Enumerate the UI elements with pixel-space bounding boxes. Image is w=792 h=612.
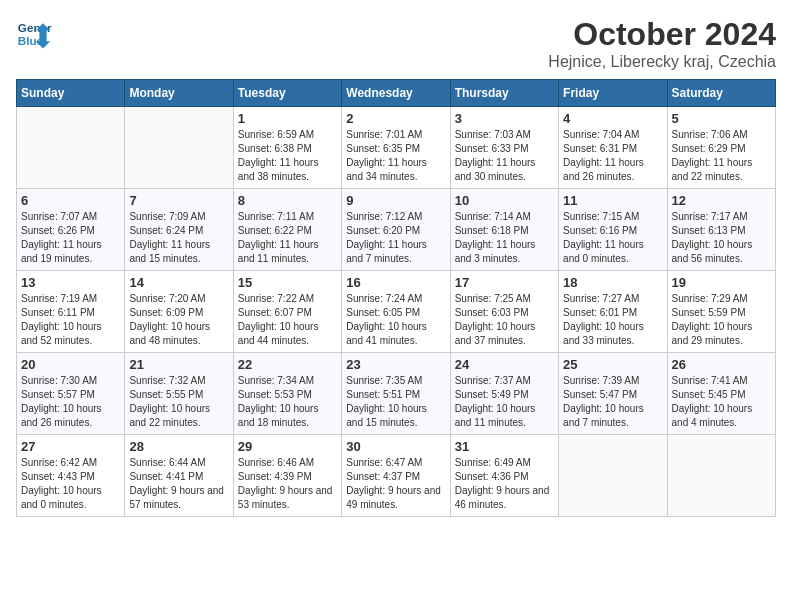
day-info: Sunrise: 6:46 AM Sunset: 4:39 PM Dayligh… (238, 456, 337, 512)
calendar-cell: 10Sunrise: 7:14 AM Sunset: 6:18 PM Dayli… (450, 189, 558, 271)
day-number: 8 (238, 193, 337, 208)
calendar-cell: 9Sunrise: 7:12 AM Sunset: 6:20 PM Daylig… (342, 189, 450, 271)
calendar-cell: 26Sunrise: 7:41 AM Sunset: 5:45 PM Dayli… (667, 353, 775, 435)
day-info: Sunrise: 7:35 AM Sunset: 5:51 PM Dayligh… (346, 374, 445, 430)
calendar-week-row: 27Sunrise: 6:42 AM Sunset: 4:43 PM Dayli… (17, 435, 776, 517)
column-header-saturday: Saturday (667, 80, 775, 107)
day-number: 25 (563, 357, 662, 372)
column-header-monday: Monday (125, 80, 233, 107)
calendar-cell: 4Sunrise: 7:04 AM Sunset: 6:31 PM Daylig… (559, 107, 667, 189)
day-info: Sunrise: 7:29 AM Sunset: 5:59 PM Dayligh… (672, 292, 771, 348)
calendar-cell: 16Sunrise: 7:24 AM Sunset: 6:05 PM Dayli… (342, 271, 450, 353)
day-info: Sunrise: 7:09 AM Sunset: 6:24 PM Dayligh… (129, 210, 228, 266)
day-info: Sunrise: 7:19 AM Sunset: 6:11 PM Dayligh… (21, 292, 120, 348)
day-number: 22 (238, 357, 337, 372)
day-info: Sunrise: 7:20 AM Sunset: 6:09 PM Dayligh… (129, 292, 228, 348)
subtitle: Hejnice, Liberecky kraj, Czechia (548, 53, 776, 71)
day-number: 27 (21, 439, 120, 454)
day-number: 9 (346, 193, 445, 208)
day-info: Sunrise: 7:27 AM Sunset: 6:01 PM Dayligh… (563, 292, 662, 348)
day-number: 20 (21, 357, 120, 372)
calendar-cell (17, 107, 125, 189)
day-number: 13 (21, 275, 120, 290)
calendar-cell: 25Sunrise: 7:39 AM Sunset: 5:47 PM Dayli… (559, 353, 667, 435)
calendar-cell: 30Sunrise: 6:47 AM Sunset: 4:37 PM Dayli… (342, 435, 450, 517)
calendar-cell: 18Sunrise: 7:27 AM Sunset: 6:01 PM Dayli… (559, 271, 667, 353)
day-number: 18 (563, 275, 662, 290)
calendar-cell: 31Sunrise: 6:49 AM Sunset: 4:36 PM Dayli… (450, 435, 558, 517)
column-header-sunday: Sunday (17, 80, 125, 107)
day-info: Sunrise: 7:15 AM Sunset: 6:16 PM Dayligh… (563, 210, 662, 266)
day-number: 30 (346, 439, 445, 454)
calendar-cell: 7Sunrise: 7:09 AM Sunset: 6:24 PM Daylig… (125, 189, 233, 271)
day-info: Sunrise: 7:34 AM Sunset: 5:53 PM Dayligh… (238, 374, 337, 430)
day-info: Sunrise: 7:32 AM Sunset: 5:55 PM Dayligh… (129, 374, 228, 430)
title-block: October 2024 Hejnice, Liberecky kraj, Cz… (548, 16, 776, 71)
day-number: 1 (238, 111, 337, 126)
calendar-cell: 20Sunrise: 7:30 AM Sunset: 5:57 PM Dayli… (17, 353, 125, 435)
calendar-cell: 28Sunrise: 6:44 AM Sunset: 4:41 PM Dayli… (125, 435, 233, 517)
day-info: Sunrise: 7:17 AM Sunset: 6:13 PM Dayligh… (672, 210, 771, 266)
calendar-cell (125, 107, 233, 189)
calendar-cell: 6Sunrise: 7:07 AM Sunset: 6:26 PM Daylig… (17, 189, 125, 271)
day-number: 4 (563, 111, 662, 126)
day-number: 3 (455, 111, 554, 126)
day-number: 23 (346, 357, 445, 372)
logo: General Blue (16, 16, 52, 52)
logo-icon: General Blue (16, 16, 52, 52)
day-info: Sunrise: 7:39 AM Sunset: 5:47 PM Dayligh… (563, 374, 662, 430)
calendar-cell: 13Sunrise: 7:19 AM Sunset: 6:11 PM Dayli… (17, 271, 125, 353)
day-info: Sunrise: 7:06 AM Sunset: 6:29 PM Dayligh… (672, 128, 771, 184)
day-number: 7 (129, 193, 228, 208)
day-number: 6 (21, 193, 120, 208)
day-number: 2 (346, 111, 445, 126)
main-title: October 2024 (548, 16, 776, 53)
calendar-cell: 17Sunrise: 7:25 AM Sunset: 6:03 PM Dayli… (450, 271, 558, 353)
page-header: General Blue October 2024 Hejnice, Liber… (16, 16, 776, 71)
calendar-cell: 29Sunrise: 6:46 AM Sunset: 4:39 PM Dayli… (233, 435, 341, 517)
day-info: Sunrise: 7:24 AM Sunset: 6:05 PM Dayligh… (346, 292, 445, 348)
day-info: Sunrise: 7:01 AM Sunset: 6:35 PM Dayligh… (346, 128, 445, 184)
day-info: Sunrise: 6:59 AM Sunset: 6:38 PM Dayligh… (238, 128, 337, 184)
calendar-cell: 8Sunrise: 7:11 AM Sunset: 6:22 PM Daylig… (233, 189, 341, 271)
calendar-table: SundayMondayTuesdayWednesdayThursdayFrid… (16, 79, 776, 517)
column-header-friday: Friday (559, 80, 667, 107)
day-number: 19 (672, 275, 771, 290)
calendar-week-row: 1Sunrise: 6:59 AM Sunset: 6:38 PM Daylig… (17, 107, 776, 189)
day-info: Sunrise: 6:44 AM Sunset: 4:41 PM Dayligh… (129, 456, 228, 512)
day-info: Sunrise: 7:04 AM Sunset: 6:31 PM Dayligh… (563, 128, 662, 184)
day-number: 31 (455, 439, 554, 454)
day-info: Sunrise: 7:03 AM Sunset: 6:33 PM Dayligh… (455, 128, 554, 184)
day-number: 10 (455, 193, 554, 208)
calendar-cell: 2Sunrise: 7:01 AM Sunset: 6:35 PM Daylig… (342, 107, 450, 189)
calendar-cell: 27Sunrise: 6:42 AM Sunset: 4:43 PM Dayli… (17, 435, 125, 517)
day-info: Sunrise: 7:14 AM Sunset: 6:18 PM Dayligh… (455, 210, 554, 266)
calendar-cell: 22Sunrise: 7:34 AM Sunset: 5:53 PM Dayli… (233, 353, 341, 435)
day-info: Sunrise: 6:42 AM Sunset: 4:43 PM Dayligh… (21, 456, 120, 512)
day-number: 24 (455, 357, 554, 372)
day-number: 14 (129, 275, 228, 290)
calendar-cell: 15Sunrise: 7:22 AM Sunset: 6:07 PM Dayli… (233, 271, 341, 353)
day-number: 5 (672, 111, 771, 126)
calendar-cell: 5Sunrise: 7:06 AM Sunset: 6:29 PM Daylig… (667, 107, 775, 189)
calendar-cell (559, 435, 667, 517)
calendar-cell: 19Sunrise: 7:29 AM Sunset: 5:59 PM Dayli… (667, 271, 775, 353)
calendar-week-row: 6Sunrise: 7:07 AM Sunset: 6:26 PM Daylig… (17, 189, 776, 271)
column-header-wednesday: Wednesday (342, 80, 450, 107)
day-info: Sunrise: 7:41 AM Sunset: 5:45 PM Dayligh… (672, 374, 771, 430)
day-number: 26 (672, 357, 771, 372)
day-info: Sunrise: 6:49 AM Sunset: 4:36 PM Dayligh… (455, 456, 554, 512)
column-header-thursday: Thursday (450, 80, 558, 107)
calendar-cell: 14Sunrise: 7:20 AM Sunset: 6:09 PM Dayli… (125, 271, 233, 353)
calendar-cell: 12Sunrise: 7:17 AM Sunset: 6:13 PM Dayli… (667, 189, 775, 271)
day-number: 17 (455, 275, 554, 290)
day-info: Sunrise: 6:47 AM Sunset: 4:37 PM Dayligh… (346, 456, 445, 512)
calendar-cell: 11Sunrise: 7:15 AM Sunset: 6:16 PM Dayli… (559, 189, 667, 271)
day-info: Sunrise: 7:12 AM Sunset: 6:20 PM Dayligh… (346, 210, 445, 266)
day-number: 12 (672, 193, 771, 208)
calendar-cell: 23Sunrise: 7:35 AM Sunset: 5:51 PM Dayli… (342, 353, 450, 435)
calendar-cell: 3Sunrise: 7:03 AM Sunset: 6:33 PM Daylig… (450, 107, 558, 189)
calendar-header: SundayMondayTuesdayWednesdayThursdayFrid… (17, 80, 776, 107)
calendar-week-row: 20Sunrise: 7:30 AM Sunset: 5:57 PM Dayli… (17, 353, 776, 435)
day-number: 11 (563, 193, 662, 208)
